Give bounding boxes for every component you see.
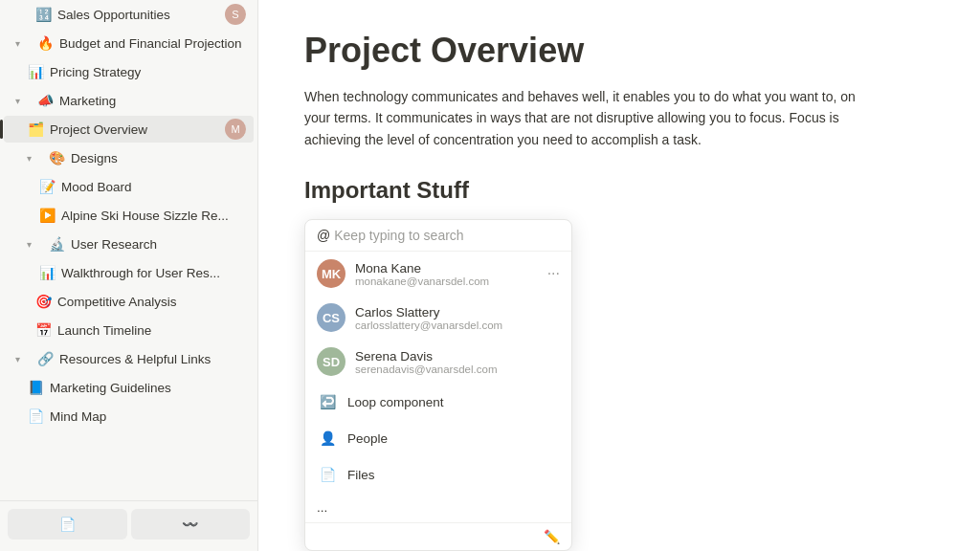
mention-option-label: ... (317, 500, 327, 515)
loop-component-icon: ↩️ (317, 391, 338, 412)
mention-user-email: monakane@vanarsdel.com (355, 276, 489, 287)
item-icon: 🔗 (36, 350, 54, 367)
item-icon: 🔢 (34, 6, 52, 23)
chevron-icon: ▾ (15, 38, 29, 49)
sidebar-item-walkthrough[interactable]: 📊Walkthrough for User Res... (4, 259, 254, 286)
mention-option-loop-component[interactable]: ↩️Loop component (305, 384, 571, 420)
mention-avatar: MK (317, 259, 345, 288)
item-icon: 📊 (38, 264, 56, 281)
item-icon: 📝 (38, 178, 56, 195)
mention-user-name: Carlos Slattery (355, 305, 502, 320)
item-icon: 🔥 (36, 34, 54, 52)
sidebar-item-competitive-analysis[interactable]: 🎯Competitive Analysis (4, 288, 254, 315)
chevron-icon: ▾ (15, 354, 29, 364)
sidebar-item-label: Alpine Ski House Sizzle Re... (61, 209, 246, 223)
sidebar-item-label: Pricing Strategy (50, 65, 246, 79)
edit-icon[interactable]: ✏️ (544, 529, 560, 544)
item-icon: 📣 (36, 92, 54, 109)
mention-option-more[interactable]: ... (305, 493, 571, 522)
mention-user-email: serenadavis@vanarsdel.com (355, 364, 497, 375)
item-icon: 📄 (27, 408, 44, 425)
sidebar-item-launch-timeline[interactable]: 📅Launch Timeline (4, 317, 254, 343)
files-icon: 📄 (317, 464, 338, 485)
sidebar-item-label: Designs (71, 151, 246, 165)
sidebar-item-marketing[interactable]: ▾📣Marketing (4, 87, 254, 114)
sidebar-item-pricing-strategy[interactable]: 📊Pricing Strategy (4, 58, 254, 85)
sidebar-item-budget-financial[interactable]: ▾🔥Budget and Financial Projection (4, 30, 254, 56)
sidebar-item-resources[interactable]: ▾🔗Resources & Helpful Links (4, 345, 254, 372)
at-symbol: @ (317, 228, 330, 243)
chevron-icon: ▾ (27, 239, 40, 250)
page-title: Project Overview (304, 31, 934, 71)
avatar: S (225, 4, 246, 25)
mention-user-name: Mona Kane (355, 261, 489, 276)
sidebar-item-mind-map[interactable]: 📄Mind Map (4, 403, 254, 430)
sidebar-item-label: Resources & Helpful Links (59, 352, 246, 366)
item-icon: 📅 (34, 321, 52, 339)
item-icon: 📊 (27, 63, 44, 80)
mention-option-label: Loop component (347, 395, 444, 409)
sidebar-item-label: Marketing Guidelines (50, 381, 246, 395)
sidebar-item-marketing-guidelines[interactable]: 📘Marketing Guidelines (4, 374, 254, 401)
sidebar-item-designs[interactable]: ▾🎨Designs (4, 144, 254, 171)
sidebar: 🔢Sales OpportunitiesS▾🔥Budget and Financ… (0, 0, 258, 551)
mention-more-icon[interactable]: ··· (547, 265, 560, 282)
item-icon: 🎨 (48, 149, 65, 166)
sidebar-item-sales-opportunities[interactable]: 🔢Sales OpportunitiesS (4, 1, 254, 28)
sidebar-item-label: Mind Map (50, 409, 246, 424)
main-content: Project Overview When technology communi… (258, 0, 980, 551)
sidebar-item-label: Marketing (59, 94, 246, 108)
page-description: When technology communicates and behaves… (304, 86, 879, 150)
sidebar-item-label: Budget and Financial Projection (59, 36, 246, 51)
mention-option-people[interactable]: 👤People (305, 420, 571, 456)
mention-user-mona-kane[interactable]: MKMona Kanemonakane@vanarsdel.com··· (305, 252, 571, 296)
sidebar-item-mood-board[interactable]: 📝Mood Board (4, 173, 254, 200)
mention-option-label: Files (347, 468, 375, 482)
sidebar-item-label: Competitive Analysis (57, 295, 246, 309)
mention-user-name: Serena Davis (355, 349, 497, 364)
sidebar-item-user-research[interactable]: ▾🔬User Research (4, 231, 254, 257)
sidebar-item-label: User Research (71, 237, 246, 252)
sidebar-item-label: Project Overview (50, 122, 219, 137)
mention-placeholder: Keep typing to search (334, 228, 463, 243)
people-icon: 👤 (317, 428, 338, 449)
mention-user-serena-davis[interactable]: SDSerena Davisserenadavis@vanarsdel.com (305, 340, 571, 384)
sidebar-item-alpine-ski[interactable]: ▶️Alpine Ski House Sizzle Re... (4, 202, 254, 229)
mention-avatar: SD (317, 347, 345, 376)
mention-option-label: People (347, 431, 388, 446)
sidebar-item-label: Launch Timeline (57, 323, 246, 338)
pages-btn[interactable]: 📄 (8, 509, 127, 540)
avatar: M (225, 119, 246, 140)
activity-btn[interactable]: 〰️ (131, 509, 251, 540)
mention-dropdown: @ Keep typing to search MKMona Kanemonak… (304, 219, 572, 551)
chevron-icon: ▾ (27, 153, 40, 164)
section-title: Important Stuff (304, 177, 934, 204)
item-icon: 🔬 (48, 235, 65, 253)
mention-user-carlos-slattery[interactable]: CSCarlos Slatterycarlosslattery@vanarsde… (305, 296, 571, 340)
mention-user-email: carlosslattery@vanarsdel.com (355, 320, 502, 331)
mention-avatar: CS (317, 303, 345, 332)
sidebar-item-label: Sales Opportunities (57, 8, 219, 22)
item-icon: 🗂️ (27, 121, 44, 138)
sidebar-item-label: Walkthrough for User Res... (61, 266, 246, 280)
sidebar-item-label: Mood Board (61, 180, 246, 194)
chevron-icon: ▾ (15, 96, 29, 106)
mention-search-bar[interactable]: @ Keep typing to search (305, 220, 571, 252)
sidebar-item-project-overview[interactable]: 🗂️Project OverviewM (4, 116, 254, 143)
mention-edit-bar: ✏️ (305, 522, 571, 550)
item-icon: ▶️ (38, 207, 56, 224)
item-icon: 🎯 (34, 293, 52, 310)
mention-option-files[interactable]: 📄Files (305, 456, 571, 493)
item-icon: 📘 (27, 379, 44, 396)
